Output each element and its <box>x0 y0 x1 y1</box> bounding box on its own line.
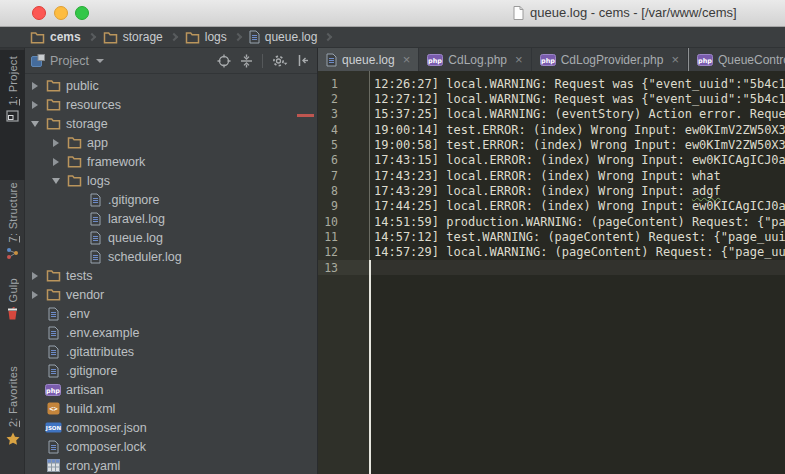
tree-item-resources[interactable]: resources <box>25 95 317 114</box>
document-icon <box>513 6 524 20</box>
log-line: 112:26:27] local.WARNING: Request was {"… <box>318 76 785 91</box>
editor-tab-label: QueueControl <box>718 53 785 67</box>
chevron-down-icon[interactable] <box>26 121 43 127</box>
file-text-icon <box>85 212 105 226</box>
line-number: 13 <box>318 261 338 275</box>
chevron-down-icon[interactable] <box>47 178 64 184</box>
svg-text:php: php <box>541 56 555 64</box>
tool-window-button-project[interactable]: 1: Project <box>0 50 25 180</box>
tree-item-label: scheduler.log <box>108 250 182 264</box>
tree-item-label: logs <box>87 174 110 188</box>
close-icon[interactable]: × <box>515 53 523 66</box>
chevron-right-icon[interactable] <box>26 101 43 109</box>
zoom-window-button[interactable] <box>75 6 89 20</box>
folder-icon <box>103 31 118 44</box>
tree-item-env-example[interactable]: .env.example <box>25 323 317 342</box>
chevron-right-icon[interactable] <box>47 139 64 147</box>
editor-tab-label: CdLog.php <box>448 53 507 67</box>
svg-text:<>: <> <box>49 405 57 413</box>
log-line: 1114:57:12] test.WARNING: (pageContent) … <box>318 229 785 244</box>
chevron-right-icon <box>87 33 95 41</box>
breadcrumb-item[interactable]: cems <box>30 30 81 44</box>
tree-item-label: tests <box>66 269 92 283</box>
chevron-down-icon[interactable] <box>96 59 104 63</box>
breadcrumb-item[interactable]: storage <box>103 30 163 44</box>
folder-icon <box>64 174 84 187</box>
line-number: 4 <box>318 123 338 137</box>
tool-window-button-favorites[interactable]: 2: Favorites <box>0 360 25 442</box>
window-title-text: queue.log - cems - [/var/www/cems] <box>530 5 737 20</box>
tree-item-label: public <box>66 79 99 93</box>
tool-window-button-gulp[interactable]: Gulp <box>0 272 25 332</box>
tree-item-cron-yaml[interactable]: cron.yaml <box>25 456 317 474</box>
tree-item-tests[interactable]: tests <box>25 266 317 285</box>
chevron-right-icon[interactable] <box>47 158 64 166</box>
collapse-all-icon[interactable] <box>240 54 253 68</box>
log-line: 315:37:25] local.WARNING: (eventStory) A… <box>318 107 785 122</box>
log-line: 817:43:29] local.ERROR: (index) Wrong In… <box>318 183 785 198</box>
tree-item-scheduler-log[interactable]: scheduler.log <box>25 247 317 266</box>
line-number: 12 <box>318 245 338 259</box>
tool-window-button-label: 2: Favorites <box>7 366 19 427</box>
log-line-text: 14:57:12] test.WARNING: (pageContent) Re… <box>338 230 785 244</box>
breadcrumb-item[interactable]: queue.log <box>249 30 318 44</box>
tree-item-vendor[interactable]: vendor <box>25 285 317 304</box>
favorites-star-icon <box>6 432 20 445</box>
chevron-right-icon <box>169 33 177 41</box>
tree-item-composer-lock[interactable]: composer.lock <box>25 437 317 456</box>
editor-tab-cdlog-php[interactable]: phpCdLog.php× <box>419 48 531 71</box>
tree-item-env[interactable]: .env <box>25 304 317 323</box>
error-stripe-mark <box>297 114 314 117</box>
gulp-tool-icon <box>7 307 18 320</box>
close-icon[interactable]: × <box>403 53 411 66</box>
folder-icon <box>64 136 84 149</box>
tree-item-build-xml[interactable]: <>build.xml <box>25 399 317 418</box>
editor-tab-cdlogprovider-php[interactable]: phpCdLogProvider.php× <box>532 48 688 71</box>
chevron-right-icon[interactable] <box>26 291 43 299</box>
breadcrumb: cemsstoragelogsqueue.log <box>0 27 785 48</box>
tree-item-framework[interactable]: framework <box>25 152 317 171</box>
tree-item-label: .gitattributes <box>66 345 134 359</box>
editor-tab-queue-log[interactable]: queue.log× <box>318 48 419 71</box>
tree-item-laravel-log[interactable]: laravel.log <box>25 209 317 228</box>
log-line-text: 14:51:59] production.WARNING: (pageConte… <box>338 215 785 229</box>
editor-tab-label: queue.log <box>342 53 395 67</box>
editor-scroll-area[interactable]: 112:26:27] local.WARNING: Request was {"… <box>318 71 785 474</box>
tool-window-bar: 1: Project7: StructureGulp2: Favorites <box>0 48 25 474</box>
project-view-icon <box>31 54 45 67</box>
tree-item-label: resources <box>66 98 121 112</box>
minimize-window-button[interactable] <box>54 6 68 20</box>
log-line-text: 17:43:23] local.ERROR: (index) Wrong Inp… <box>338 169 721 183</box>
tree-item-label: build.xml <box>66 402 115 416</box>
tree-item-public[interactable]: public <box>25 76 317 95</box>
tree-item-artisan[interactable]: phpartisan <box>25 380 317 399</box>
tree-item-gitignore[interactable]: .gitignore <box>25 361 317 380</box>
folder-icon <box>185 31 200 44</box>
chevron-right-icon <box>234 33 242 41</box>
tool-window-button-label: Gulp <box>7 278 19 302</box>
tree-item-logs[interactable]: logs <box>25 171 317 190</box>
tree-item-queue-log[interactable]: queue.log <box>25 228 317 247</box>
chevron-right-icon <box>324 33 332 41</box>
tree-item-storage[interactable]: storage <box>25 114 317 133</box>
breadcrumb-item[interactable]: logs <box>185 30 227 44</box>
chevron-right-icon[interactable] <box>26 272 43 280</box>
tree-item-gitignore[interactable]: .gitignore <box>25 190 317 209</box>
locate-icon[interactable] <box>217 54 231 68</box>
project-tree: publicresourcesstorageappframeworklogs.g… <box>25 76 317 474</box>
chevron-right-icon[interactable] <box>26 82 43 90</box>
close-window-button[interactable] <box>32 6 46 20</box>
close-icon[interactable]: × <box>671 53 679 66</box>
settings-gear-icon[interactable] <box>272 54 288 68</box>
hide-panel-icon[interactable] <box>297 54 309 67</box>
editor-tab-queuecontrol[interactable]: phpQueueControl <box>688 48 785 71</box>
tool-window-button-structure[interactable]: 7: Structure <box>0 176 25 254</box>
tree-item-composer-json[interactable]: JSONcomposer.json <box>25 418 317 437</box>
tree-item-gitattributes[interactable]: .gitattributes <box>25 342 317 361</box>
file-text-icon <box>85 231 105 245</box>
tree-item-app[interactable]: app <box>25 133 317 152</box>
log-line: 419:00:14] test.ERROR: (index) Wrong Inp… <box>318 122 785 137</box>
line-number: 1 <box>318 77 338 91</box>
log-line: 1214:57:29] local.WARNING: (pageContent)… <box>318 245 785 260</box>
tree-item-label: .gitignore <box>108 193 159 207</box>
